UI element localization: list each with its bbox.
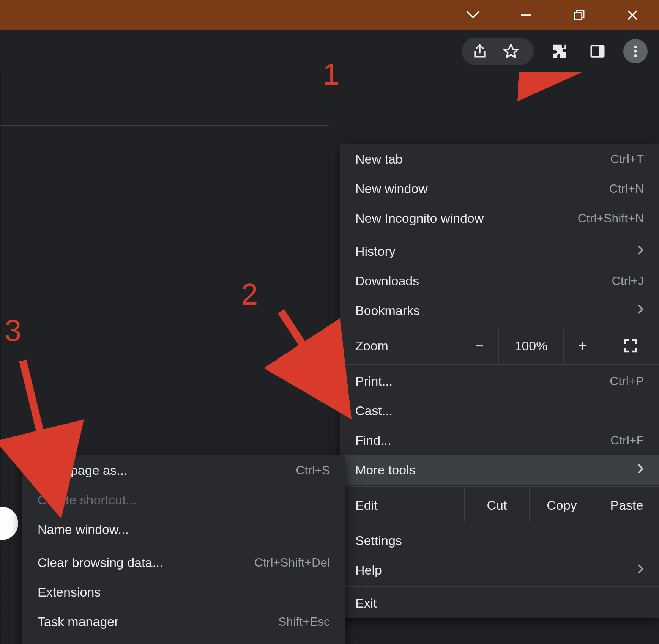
svg-line-9 — [281, 311, 342, 404]
menu-item-label: Clear browsing data... — [38, 555, 254, 570]
menu-item-label: New Incognito window — [355, 211, 578, 226]
menu-separator — [22, 546, 345, 546]
menu-item-label: Create shortcut... — [38, 493, 330, 507]
menu-separator — [22, 638, 345, 638]
menu-item-label: Name window... — [38, 522, 330, 537]
svg-rect-4 — [599, 46, 604, 57]
menu-item-label: Cast... — [355, 403, 644, 418]
submenu-save-page[interactable]: Save page as... Ctrl+S — [22, 455, 345, 485]
svg-rect-2 — [575, 13, 582, 20]
menu-more-tools[interactable]: More tools — [340, 455, 659, 485]
menu-exit[interactable]: Exit — [340, 588, 659, 618]
chevron-right-icon — [637, 304, 644, 318]
menu-item-label: Downloads — [355, 274, 612, 288]
menu-item-shortcut: Ctrl+T — [610, 152, 644, 166]
menu-item-shortcut: Ctrl+Shift+Del — [254, 556, 330, 570]
floating-circle — [0, 507, 18, 540]
menu-item-label: More tools — [355, 463, 637, 477]
zoom-label: Zoom — [340, 339, 460, 353]
menu-item-shortcut: Ctrl+Shift+N — [578, 211, 644, 225]
extensions-button[interactable] — [547, 39, 572, 63]
submenu-clear-browsing-data[interactable]: Clear browsing data... Ctrl+Shift+Del — [22, 548, 345, 577]
menu-edit-row: Edit Cut Copy Paste — [340, 488, 659, 522]
page-content: New tab Ctrl+T New window Ctrl+N New Inc… — [0, 72, 659, 644]
minimize-icon — [519, 8, 533, 22]
menu-separator — [340, 586, 659, 587]
chrome-main-menu: New tab Ctrl+T New window Ctrl+N New Inc… — [340, 144, 659, 618]
menu-item-label: Bookmarks — [355, 303, 637, 318]
menu-item-label: Save page as... — [38, 463, 296, 478]
fullscreen-button[interactable] — [602, 329, 659, 363]
menu-item-label: Settings — [355, 533, 644, 548]
menu-item-label: Print... — [355, 374, 610, 389]
menu-print[interactable]: Print... Ctrl+P — [340, 366, 659, 396]
chevron-right-icon — [637, 563, 644, 577]
submenu-developer-tools[interactable]: Developer tools Ctrl+Shift+I — [22, 640, 345, 644]
menu-item-label: New window — [355, 181, 609, 196]
menu-new-tab[interactable]: New tab Ctrl+T — [340, 144, 659, 174]
menu-item-shortcut: Ctrl+J — [612, 274, 644, 288]
menu-separator — [340, 524, 659, 524]
omnibox-actions — [462, 38, 534, 65]
share-button[interactable] — [468, 39, 492, 63]
annotation-number-1: 1 — [323, 57, 340, 92]
submenu-task-manager[interactable]: Task manager Shift+Esc — [22, 607, 345, 636]
menu-separator — [340, 235, 659, 235]
bookmark-button[interactable] — [499, 39, 523, 63]
maximize-icon — [573, 9, 585, 21]
menu-item-label: Find... — [355, 433, 610, 448]
panel-divider — [0, 125, 330, 126]
menu-zoom-row: Zoom − 100% + — [340, 329, 659, 363]
menu-item-label: Help — [355, 563, 637, 578]
menu-new-incognito[interactable]: New Incognito window Ctrl+Shift+N — [340, 203, 659, 233]
zoom-value: 100% — [498, 329, 563, 363]
menu-item-label: Task manager — [38, 614, 278, 629]
menu-cast[interactable]: Cast... — [340, 396, 659, 425]
menu-separator — [340, 327, 659, 327]
submenu-name-window[interactable]: Name window... — [22, 515, 345, 544]
menu-separator — [340, 364, 659, 365]
chevron-right-icon — [637, 244, 644, 258]
menu-item-shortcut: Ctrl+F — [610, 433, 644, 447]
menu-separator — [340, 486, 659, 487]
menu-item-label: History — [355, 244, 637, 259]
share-icon — [471, 43, 488, 60]
side-panel-button[interactable] — [585, 39, 610, 63]
edit-cut-button[interactable]: Cut — [464, 488, 529, 522]
left-shadow — [0, 72, 2, 644]
edit-label: Edit — [340, 498, 464, 513]
svg-point-6 — [634, 50, 637, 52]
more-tools-submenu: Save page as... Ctrl+S Create shortcut..… — [22, 455, 345, 644]
close-icon — [626, 9, 639, 22]
titlebar-dropdown-button[interactable] — [446, 0, 500, 30]
zoom-out-button[interactable]: − — [460, 329, 498, 363]
chevron-down-icon — [466, 11, 480, 20]
minimize-button[interactable] — [500, 0, 553, 30]
dots-vertical-icon — [628, 44, 643, 59]
edit-copy-button[interactable]: Copy — [529, 488, 594, 522]
star-icon — [503, 43, 519, 60]
submenu-extensions[interactable]: Extensions — [22, 577, 345, 607]
menu-item-shortcut: Ctrl+N — [609, 182, 644, 196]
edit-paste-button[interactable]: Paste — [594, 488, 659, 522]
svg-point-7 — [634, 54, 637, 57]
window-titlebar — [0, 0, 659, 30]
submenu-create-shortcut: Create shortcut... — [22, 485, 345, 515]
menu-help[interactable]: Help — [340, 555, 659, 585]
side-panel-icon — [589, 43, 606, 60]
close-window-button[interactable] — [606, 0, 659, 30]
maximize-button[interactable] — [553, 0, 606, 30]
menu-new-window[interactable]: New window Ctrl+N — [340, 174, 659, 203]
menu-bookmarks[interactable]: Bookmarks — [340, 296, 659, 325]
svg-point-5 — [634, 46, 637, 48]
menu-item-label: Extensions — [38, 585, 330, 600]
menu-downloads[interactable]: Downloads Ctrl+J — [340, 266, 659, 296]
annotation-number-3: 3 — [5, 313, 22, 348]
menu-item-shortcut: Shift+Esc — [278, 615, 330, 629]
menu-settings[interactable]: Settings — [340, 526, 659, 555]
chrome-menu-button[interactable] — [623, 39, 648, 63]
menu-history[interactable]: History — [340, 236, 659, 266]
zoom-in-button[interactable]: + — [563, 329, 602, 363]
menu-find[interactable]: Find... Ctrl+F — [340, 425, 659, 455]
fullscreen-icon — [623, 338, 638, 353]
